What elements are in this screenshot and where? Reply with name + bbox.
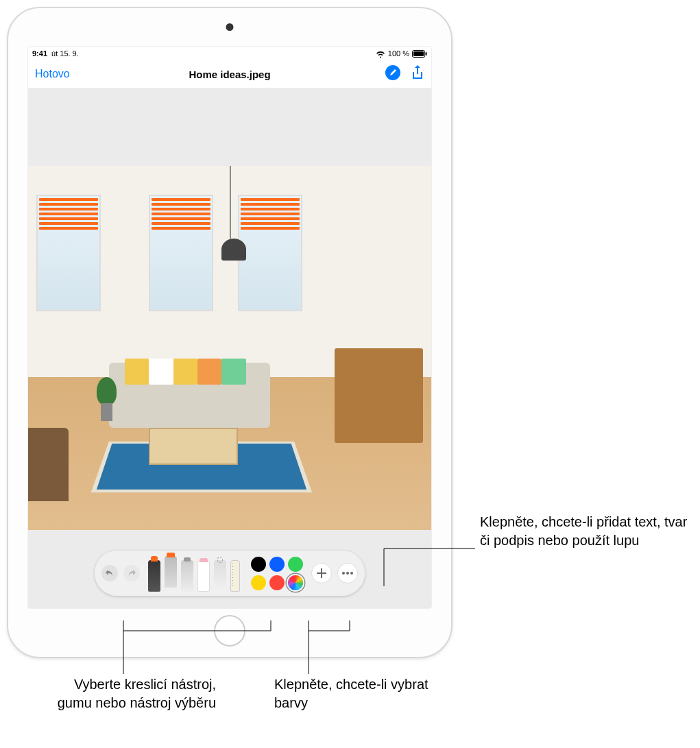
svg-rect-1 <box>413 51 424 56</box>
undo-button[interactable] <box>101 565 118 581</box>
redo-button[interactable] <box>123 565 140 581</box>
screen: 9:41 út 15. 9. 100 % Hotovo Home ideas.j… <box>27 46 432 609</box>
color-swatch-multicolor[interactable] <box>288 575 303 590</box>
ruler-tool[interactable] <box>230 560 240 592</box>
nav-bar: Hotovo Home ideas.jpeg <box>28 60 431 88</box>
color-swatch-blue[interactable] <box>269 557 285 572</box>
svg-point-5 <box>346 572 349 575</box>
more-button[interactable] <box>337 563 358 583</box>
svg-rect-2 <box>426 52 427 56</box>
callout-colors: Klepněte, chcete-li vybrat barvy <box>274 675 432 712</box>
home-button[interactable] <box>214 615 245 647</box>
color-swatch-green[interactable] <box>288 557 303 572</box>
markup-toolbar <box>95 551 365 596</box>
status-date: út 15. 9. <box>51 49 79 58</box>
status-time: 9:41 <box>32 49 47 58</box>
pen-tool[interactable] <box>148 560 160 592</box>
status-bar: 9:41 út 15. 9. 100 % <box>28 47 431 60</box>
callout-tools: Vyberte kreslicí nástroj, gumu nebo nást… <box>38 675 216 712</box>
lasso-tool[interactable] <box>214 560 226 592</box>
front-camera <box>226 23 234 31</box>
svg-point-6 <box>350 572 353 575</box>
markup-toggle-icon[interactable] <box>385 64 401 84</box>
pencil-tool[interactable] <box>181 560 193 592</box>
marker-tool[interactable] <box>165 556 177 588</box>
color-swatch-black[interactable] <box>251 557 266 572</box>
color-swatch-red[interactable] <box>269 575 285 590</box>
drawing-tools-group <box>145 555 243 592</box>
color-swatch-yellow[interactable] <box>251 575 266 590</box>
battery-percent: 100 % <box>388 49 409 58</box>
share-icon[interactable] <box>411 64 424 84</box>
ipad-device-frame: 9:41 út 15. 9. 100 % Hotovo Home ideas.j… <box>7 7 452 658</box>
color-palette <box>248 557 306 590</box>
edited-photo <box>28 166 431 530</box>
content-area <box>28 88 431 608</box>
page-title: Home ideas.jpeg <box>28 69 431 80</box>
eraser-tool[interactable] <box>197 560 210 592</box>
wifi-icon <box>376 50 385 58</box>
image-canvas[interactable] <box>28 88 431 608</box>
callout-add: Klepněte, chcete-li přidat text, tvar či… <box>480 513 692 550</box>
battery-icon <box>412 50 427 58</box>
add-button[interactable] <box>311 563 332 583</box>
svg-point-4 <box>342 572 345 575</box>
done-button[interactable]: Hotovo <box>35 68 70 80</box>
